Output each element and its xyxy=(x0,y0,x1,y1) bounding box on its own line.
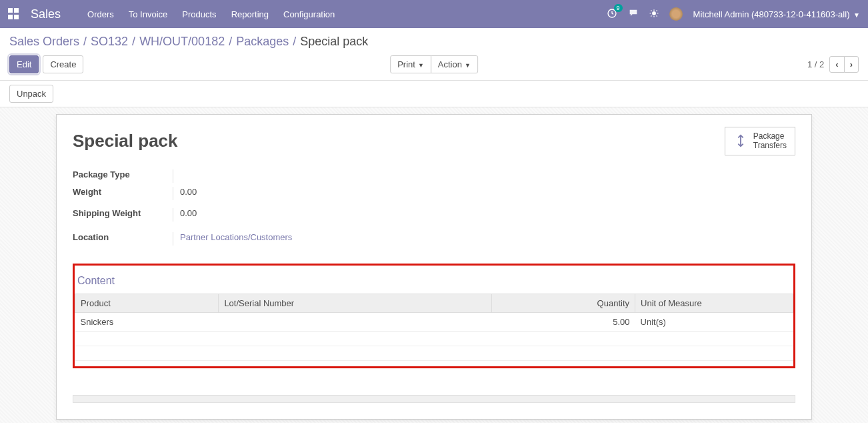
value-package-type xyxy=(173,169,421,183)
caret-down-icon: ▼ xyxy=(465,62,471,69)
cell-quantity: 5.00 xyxy=(491,313,635,332)
nav-orders[interactable]: Orders xyxy=(87,9,114,19)
breadcrumb: Sales Orders/ SO132/ WH/OUT/00182/ Packa… xyxy=(9,35,859,49)
form-sheet: Package Transfers Special pack Package T… xyxy=(56,114,812,420)
action-button[interactable]: Action▼ xyxy=(431,55,478,73)
chevron-left-icon: ‹ xyxy=(835,59,838,69)
value-shipping-weight: 0.00 xyxy=(173,208,421,222)
user-name-text: Mitchell Admin (480733-12-0-411603-all) xyxy=(693,9,850,19)
action-label: Action xyxy=(438,59,462,69)
breadcrumb-sales-orders[interactable]: Sales Orders xyxy=(9,35,79,49)
breadcrumb-packages[interactable]: Packages xyxy=(236,35,289,49)
breadcrumb-transfer[interactable]: WH/OUT/00182 xyxy=(139,35,225,49)
avatar[interactable] xyxy=(669,7,683,21)
cell-uom: Unit(s) xyxy=(635,313,793,332)
transfers-icon xyxy=(733,133,748,148)
label-package-type: Package Type xyxy=(73,169,173,179)
print-button[interactable]: Print▼ xyxy=(390,55,431,73)
caret-down-icon: ▼ xyxy=(418,62,424,69)
svg-point-1 xyxy=(652,11,656,15)
messages-icon[interactable] xyxy=(628,8,639,21)
cell-product: Snickers xyxy=(75,313,219,332)
th-lot[interactable]: Lot/Serial Number xyxy=(219,294,491,313)
label-weight: Weight xyxy=(73,187,173,197)
status-bar: Unpack xyxy=(0,81,868,107)
pager-text[interactable]: 1 / 2 xyxy=(807,59,824,69)
activity-badge: 9 xyxy=(614,4,623,12)
stat-line1: Package xyxy=(753,131,787,141)
content-title: Content xyxy=(75,271,793,294)
chatter-placeholder xyxy=(73,395,795,403)
content-table: Product Lot/Serial Number Quantity Unit … xyxy=(75,294,793,361)
chevron-right-icon: › xyxy=(850,59,853,69)
th-product[interactable]: Product xyxy=(75,294,219,313)
nav-to-invoice[interactable]: To Invoice xyxy=(129,9,168,19)
value-weight: 0.00 xyxy=(173,187,421,200)
breadcrumb-current: Special pack xyxy=(300,35,368,49)
th-uom[interactable]: Unit of Measure xyxy=(635,294,793,313)
label-location: Location xyxy=(73,232,173,242)
nav-configuration[interactable]: Configuration xyxy=(283,9,335,19)
table-row-empty xyxy=(75,346,793,361)
user-menu[interactable]: Mitchell Admin (480733-12-0-411603-all) … xyxy=(693,9,860,19)
breadcrumb-so[interactable]: SO132 xyxy=(91,35,128,49)
activity-icon[interactable]: 9 xyxy=(607,8,617,21)
top-navbar: Sales Orders To Invoice Products Reporti… xyxy=(0,0,868,28)
pager-prev-button[interactable]: ‹ xyxy=(829,56,844,73)
caret-down-icon: ▼ xyxy=(853,11,860,19)
cell-lot xyxy=(219,313,491,332)
stat-line2: Transfers xyxy=(753,141,787,150)
content-section-highlight: Content Product Lot/Serial Number Quanti… xyxy=(73,264,795,368)
pager-next-button[interactable]: › xyxy=(844,56,859,73)
print-label: Print xyxy=(397,59,415,69)
table-row[interactable]: Snickers 5.00 Unit(s) xyxy=(75,313,793,332)
control-panel: Sales Orders/ SO132/ WH/OUT/00182/ Packa… xyxy=(0,28,868,81)
page-title: Special pack xyxy=(73,131,795,151)
nav-products[interactable]: Products xyxy=(182,9,216,19)
app-brand[interactable]: Sales xyxy=(31,7,61,21)
value-location-link[interactable]: Partner Locations/Customers xyxy=(180,232,292,242)
nav-reporting[interactable]: Reporting xyxy=(231,9,269,19)
edit-button[interactable]: Edit xyxy=(9,55,39,73)
debug-icon[interactable] xyxy=(649,9,659,20)
table-row-empty xyxy=(75,332,793,346)
label-shipping-weight: Shipping Weight xyxy=(73,208,173,218)
nav-menu: Orders To Invoice Products Reporting Con… xyxy=(87,9,335,19)
th-quantity[interactable]: Quantity xyxy=(491,294,635,313)
create-button[interactable]: Create xyxy=(43,55,83,73)
package-transfers-button[interactable]: Package Transfers xyxy=(725,127,795,155)
apps-icon[interactable] xyxy=(8,8,20,20)
unpack-button[interactable]: Unpack xyxy=(9,85,53,103)
